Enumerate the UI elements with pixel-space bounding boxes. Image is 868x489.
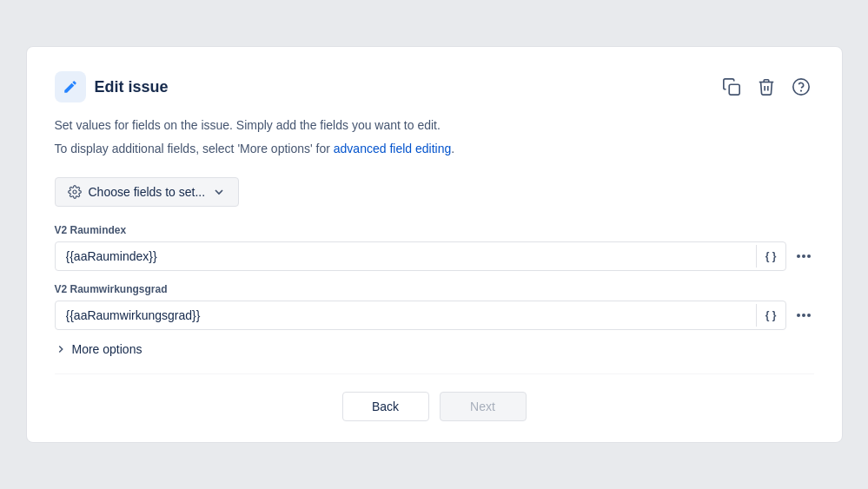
choose-fields-button[interactable]: Choose fields to set... xyxy=(55,177,240,207)
gear-icon xyxy=(68,185,82,199)
advanced-field-editing-link[interactable]: advanced field editing xyxy=(334,142,451,155)
next-button[interactable]: Next xyxy=(440,392,527,421)
template-btn-raumwirkungsgrad[interactable]: { } xyxy=(756,304,785,327)
field-ellipsis-btn-raumindex[interactable] xyxy=(793,251,814,261)
card-footer: Back Next xyxy=(55,373,814,421)
card-header: Edit issue xyxy=(55,71,814,102)
field-input-wrapper-raumwirkungsgrad: { } xyxy=(55,301,786,330)
description-line1: Set values for fields on the issue. Simp… xyxy=(55,116,814,135)
copy-button[interactable] xyxy=(719,74,745,100)
edit-icon xyxy=(63,79,78,95)
field-label-raumwirkungsgrad: V2 Raumwirkungsgrad xyxy=(55,283,814,295)
description-line2: To display additional fields, select 'Mo… xyxy=(55,140,814,158)
more-options-section[interactable]: More options xyxy=(55,342,814,356)
svg-point-1 xyxy=(792,79,808,95)
page-title: Edit issue xyxy=(95,78,169,96)
field-row-raumwirkungsgrad: { } xyxy=(55,301,814,330)
description-prefix: To display additional fields, select 'Mo… xyxy=(55,142,334,155)
field-section-raumindex: V2 Raumindex { } xyxy=(55,224,814,271)
svg-point-3 xyxy=(73,190,76,194)
svg-rect-0 xyxy=(729,84,739,95)
header-actions xyxy=(719,74,814,100)
choose-fields-label: Choose fields to set... xyxy=(89,185,206,199)
back-button[interactable]: Back xyxy=(342,392,429,421)
field-input-raumwirkungsgrad[interactable] xyxy=(56,301,756,329)
template-btn-raumindex[interactable]: { } xyxy=(756,245,785,268)
help-icon xyxy=(792,77,811,96)
edit-issue-card: Edit issue xyxy=(26,46,843,443)
field-input-raumindex[interactable] xyxy=(56,242,756,270)
field-row-raumindex: { } xyxy=(55,241,814,271)
ellipsis-icon xyxy=(797,254,811,258)
edit-icon-wrapper xyxy=(55,71,86,102)
field-label-raumindex: V2 Raumindex xyxy=(55,224,814,236)
description-suffix: . xyxy=(451,142,454,155)
ellipsis-icon-2 xyxy=(797,314,811,317)
chevron-down-icon xyxy=(212,185,226,199)
more-options-label: More options xyxy=(72,342,142,356)
field-input-wrapper-raumindex: { } xyxy=(55,241,786,271)
delete-button[interactable] xyxy=(753,74,779,100)
field-section-raumwirkungsgrad: V2 Raumwirkungsgrad { } xyxy=(55,283,814,330)
delete-icon xyxy=(757,77,776,96)
title-group: Edit issue xyxy=(55,71,169,102)
field-ellipsis-btn-raumwirkungsgrad[interactable] xyxy=(793,310,814,320)
copy-icon xyxy=(722,77,741,96)
help-button[interactable] xyxy=(788,74,814,100)
chevron-right-icon xyxy=(55,343,67,355)
